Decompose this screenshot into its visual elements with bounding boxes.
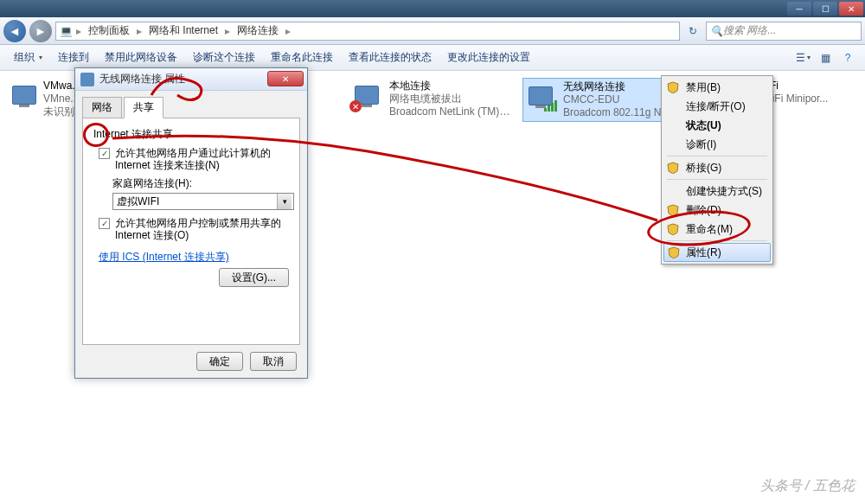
breadcrumb-item[interactable]: 网络连接 [234, 23, 282, 38]
allow-sharing-checkbox[interactable]: ✓ [99, 148, 110, 159]
dialog-tabs: 网络 共享 [82, 96, 300, 118]
help-icon[interactable]: ? [837, 48, 858, 68]
window-close-button[interactable]: ✕ [839, 2, 863, 16]
view-icon[interactable]: ☰ [792, 48, 813, 68]
shield-icon [667, 81, 679, 93]
watermark: 头条号 / 五色花 [760, 477, 855, 495]
address-bar[interactable]: 💻 ▸ 控制面板 ▸ 网络和 Internet ▸ 网络连接 ▸ [55, 22, 680, 41]
ctx-delete[interactable]: 删除(D) [663, 201, 771, 220]
back-button[interactable]: ◄ [3, 20, 26, 42]
toolbar-diagnose[interactable]: 诊断这个连接 [186, 47, 262, 68]
connection-desc: Broadcom NetLink (TM) Fast E... [389, 105, 510, 118]
shield-icon [667, 162, 679, 174]
ctx-shortcut[interactable]: 创建快捷方式(S) [663, 182, 771, 201]
forward-button[interactable]: ► [29, 20, 52, 42]
connection-name: 本地连接 [389, 80, 510, 93]
ctx-diagnose[interactable]: 诊断(I) [663, 135, 771, 154]
settings-button[interactable]: 设置(G)... [219, 268, 289, 287]
breadcrumb-separator: ▸ [225, 25, 230, 37]
shield-icon [667, 204, 679, 216]
allow-control-checkbox[interactable]: ✓ [99, 218, 110, 229]
preview-icon[interactable]: ▦ [815, 48, 836, 68]
breadcrumb-separator: ▸ [285, 25, 291, 37]
computer-icon: 💻 [60, 25, 73, 37]
toolbar-status[interactable]: 查看此连接的状态 [342, 47, 439, 68]
toolbar-rename[interactable]: 重命名此连接 [264, 47, 340, 68]
sharing-panel: Internet 连接共享 ✓ 允许其他网络用户通过此计算机的 Internet… [82, 118, 300, 345]
breadcrumb-item[interactable]: 控制面板 [85, 23, 133, 38]
menu-separator [667, 156, 767, 156]
ctx-bridge[interactable]: 桥接(G) [663, 158, 771, 177]
dialog-icon [80, 73, 94, 86]
minimize-button[interactable]: ─ [787, 2, 811, 16]
shield-icon [668, 246, 680, 258]
refresh-icon[interactable]: ↻ [683, 22, 702, 41]
toolbar-change[interactable]: 更改此连接的设置 [440, 47, 537, 68]
allow-control-label: 允许其他网络用户控制或禁用共享的 Internet 连接(O) [115, 217, 289, 241]
network-icon [12, 80, 36, 111]
tab-sharing[interactable]: 共享 [124, 97, 163, 118]
breadcrumb-item[interactable]: 网络和 Internet [145, 23, 221, 38]
window-titlebar: ─ ☐ ✕ [0, 0, 865, 17]
ctx-properties[interactable]: 属性(R) [663, 243, 771, 262]
toolbar-disable[interactable]: 禁用此网络设备 [98, 47, 184, 68]
connection-item[interactable]: ✕ 本地连接 网络电缆被拔出 Broadcom NetLink (TM) Fas… [349, 78, 512, 120]
ctx-disable[interactable]: 禁用(B) [663, 78, 771, 97]
network-icon [525, 80, 556, 112]
toolbar-organize[interactable]: 组织 [7, 47, 49, 68]
dialog-close-button[interactable]: ✕ [267, 71, 304, 86]
menu-separator [667, 240, 767, 241]
home-network-combo[interactable]: 虚拟WIFI [112, 193, 294, 210]
cancel-button[interactable]: 取消 [250, 352, 297, 371]
context-menu: 禁用(B) 连接/断开(O) 状态(U) 诊断(I) 桥接(G) 创建快捷方式(… [661, 75, 773, 265]
navigation-bar: ◄ ► 💻 ▸ 控制面板 ▸ 网络和 Internet ▸ 网络连接 ▸ ↻ 🔍… [0, 17, 865, 45]
ok-button[interactable]: 确定 [196, 352, 243, 371]
disconnected-icon: ✕ [349, 100, 362, 112]
ics-link[interactable]: 使用 ICS (Internet 连接共享) [99, 250, 229, 265]
search-placeholder: 搜索 网络... [723, 23, 776, 38]
connection-item[interactable]: VMwa... VMne... 未识别... [10, 78, 62, 120]
properties-dialog: 无线网络连接 属性 ✕ 网络 共享 Internet 连接共享 ✓ 允许其他网络… [74, 67, 308, 379]
allow-sharing-label: 允许其他网络用户通过此计算机的 Internet 连接来连接(N) [115, 147, 289, 171]
connection-status: 网络电缆被拔出 [389, 93, 510, 105]
menu-separator [667, 179, 767, 180]
ctx-connect[interactable]: 连接/断开(O) [663, 97, 771, 116]
breadcrumb-separator: ▸ [76, 25, 81, 37]
signal-icon [544, 99, 558, 112]
tab-network[interactable]: 网络 [82, 97, 122, 118]
ctx-rename[interactable]: 重命名(M) [663, 220, 771, 239]
search-icon: 🔍 [710, 25, 723, 37]
group-title: Internet 连接共享 [93, 127, 289, 142]
network-icon: ✕ [351, 80, 382, 111]
dialog-titlebar: 无线网络连接 属性 ✕ [75, 68, 307, 91]
shield-icon [667, 223, 679, 235]
maximize-button[interactable]: ☐ [813, 2, 837, 16]
ctx-status[interactable]: 状态(U) [663, 116, 771, 135]
toolbar-connect[interactable]: 连接到 [51, 47, 96, 68]
breadcrumb-separator: ▸ [137, 25, 142, 37]
home-network-label: 家庭网络连接(H): [112, 176, 289, 191]
search-input[interactable]: 🔍 搜索 网络... [706, 22, 862, 41]
